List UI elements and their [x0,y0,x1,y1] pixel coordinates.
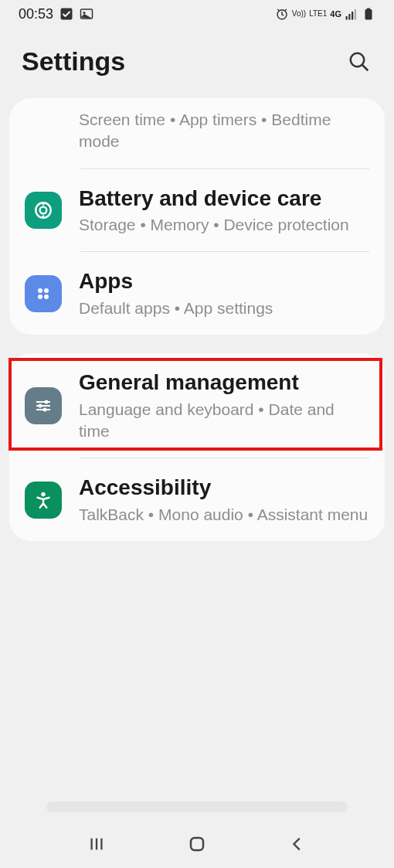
svg-rect-8 [365,9,372,20]
svg-point-24 [41,492,45,495]
status-lte: LTE1 [309,10,327,18]
svg-point-21 [45,400,49,403]
scrollbar-hint [46,802,348,812]
item-title: Battery and device care [79,185,369,213]
status-vo: Vo)) [292,10,306,18]
home-button[interactable] [174,829,220,859]
item-title: Apps [79,267,369,295]
signal-icon [345,7,358,21]
svg-point-15 [44,288,49,293]
header: Settings [0,28,394,92]
item-title: Accessibility [79,474,369,502]
svg-point-16 [38,294,42,299]
svg-rect-4 [346,16,348,20]
svg-rect-0 [61,9,73,20]
settings-item-accessibility[interactable]: Accessibility TalkBack • Mono audio • As… [9,458,385,541]
svg-rect-7 [355,9,356,20]
svg-point-13 [40,207,47,214]
recents-button[interactable] [73,829,120,859]
settings-item-apps[interactable]: Apps Default apps • App settings [9,252,385,335]
apps-icon [25,275,62,312]
battery-icon [362,7,375,21]
item-sub: Screen time • App timers • Bedtime mode [79,109,369,153]
svg-rect-5 [348,14,350,20]
status-network: 4G [330,9,341,19]
svg-line-11 [362,64,369,70]
back-icon [289,836,306,853]
status-bar: 00:53 Vo)) LTE1 4G [0,0,394,28]
svg-rect-28 [191,838,203,850]
settings-card-2: General management Language and keyboard… [9,353,385,541]
svg-point-17 [44,294,49,299]
item-title: General management [79,369,369,397]
page-title: Settings [22,46,125,77]
status-left: 00:53 [19,6,93,22]
settings-item-general-management[interactable]: General management Language and keyboard… [9,353,385,458]
settings-item-digital-wellbeing-partial[interactable]: Screen time • App timers • Bedtime mode [9,98,385,168]
item-sub: Language and keyboard • Date and time [79,399,369,443]
device-care-icon [25,192,62,229]
item-sub: Storage • Memory • Device protection [79,214,369,236]
item-sub: TalkBack • Mono audio • Assistant menu [79,504,369,526]
general-management-icon [25,387,62,424]
back-button[interactable] [274,829,321,859]
status-time: 00:53 [19,6,53,22]
svg-rect-6 [352,12,353,20]
status-right: Vo)) LTE1 4G [275,7,375,21]
svg-point-23 [43,407,47,411]
home-icon [188,835,206,853]
svg-point-22 [39,403,42,407]
svg-point-2 [83,12,86,14]
check-icon [59,7,73,21]
settings-card-1: Screen time • App timers • Bedtime mode … [9,98,385,335]
accessibility-icon [25,482,62,519]
item-sub: Default apps • App settings [79,298,369,319]
svg-point-14 [38,288,42,293]
svg-point-10 [351,53,365,66]
svg-rect-9 [367,9,371,10]
image-icon [80,7,93,21]
recents-icon [88,836,105,853]
alarm-icon [275,7,289,21]
search-icon [348,50,371,73]
navigation-bar [0,820,394,868]
settings-item-battery-device-care[interactable]: Battery and device care Storage • Memory… [9,169,385,252]
search-button[interactable] [346,49,372,75]
